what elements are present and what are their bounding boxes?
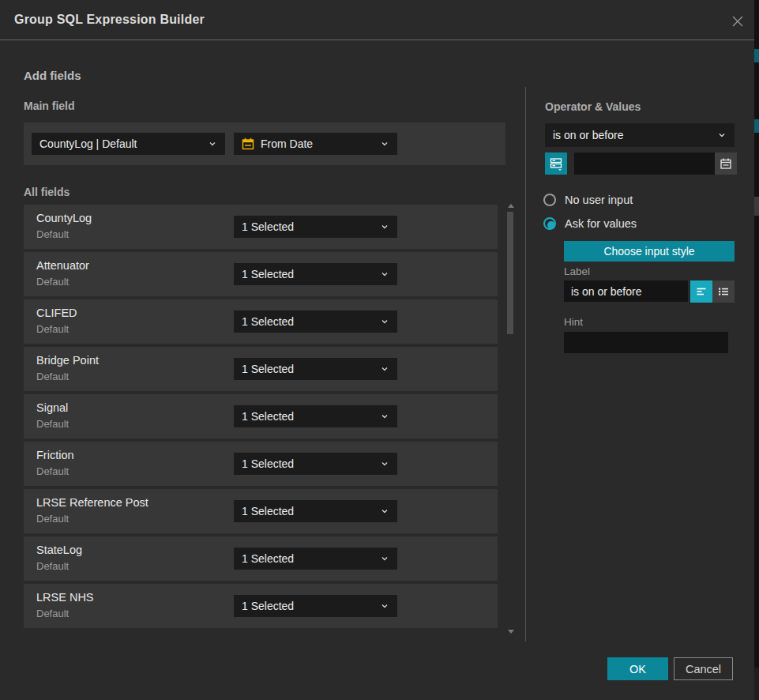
field-row: LRSE NHS Default 1 Selected	[24, 584, 498, 628]
all-fields-heading: All fields	[24, 186, 70, 198]
field-row-name: Attenuator	[36, 259, 89, 272]
radio-no-user-input-label: No user input	[565, 194, 633, 206]
radio-ask-for-values[interactable]: Ask for values	[543, 217, 637, 230]
all-fields-list: CountyLog Default 1 Selected Attenuator …	[24, 205, 498, 631]
chevron-down-icon	[380, 459, 389, 469]
field-row-selected-dropdown[interactable]: 1 Selected	[234, 405, 397, 427]
dialog-header: Group SQL Expression Builder	[0, 0, 754, 40]
field-row-selected-value: 1 Selected	[242, 315, 375, 328]
main-field-panel: CountyLog | Default From Date	[24, 122, 505, 165]
field-row-selected-dropdown[interactable]: 1 Selected	[234, 358, 397, 380]
field-row: Attenuator Default 1 Selected	[24, 252, 498, 296]
field-row: StateLog Default 1 Selected	[24, 536, 498, 581]
field-row: LRSE Reference Post Default 1 Selected	[24, 489, 498, 533]
operator-select-value: is on or before	[553, 129, 712, 141]
cancel-button[interactable]: Cancel	[674, 657, 733, 680]
field-row-subtitle: Default	[36, 276, 69, 288]
main-date-field-select[interactable]: From Date	[234, 133, 397, 155]
field-row-subtitle: Default	[36, 323, 69, 335]
field-row-selected-dropdown[interactable]: 1 Selected	[234, 453, 397, 475]
radio-circle-selected-icon[interactable]	[543, 217, 556, 230]
field-row-subtitle: Default	[36, 371, 69, 382]
chevron-down-icon	[380, 364, 389, 374]
field-row-name: StateLog	[36, 544, 82, 556]
unique-values-button[interactable]	[545, 152, 567, 175]
field-row: CLIFED Default 1 Selected	[24, 299, 498, 344]
field-row-selected-dropdown[interactable]: 1 Selected	[234, 595, 397, 617]
chevron-down-icon	[380, 269, 389, 279]
field-row-subtitle: Default	[36, 560, 69, 572]
main-layer-select-value: CountyLog | Default	[39, 137, 203, 150]
date-value-input[interactable]	[574, 152, 715, 175]
field-row-selected-value: 1 Selected	[242, 505, 375, 517]
scrollbar-down-arrow-icon[interactable]	[508, 630, 514, 634]
label-field-label: Label	[564, 265, 590, 277]
ok-button[interactable]: OK	[607, 657, 668, 680]
field-row-name: LRSE NHS	[36, 591, 94, 604]
add-fields-heading: Add fields	[24, 69, 81, 82]
field-row-subtitle: Default	[36, 465, 69, 477]
field-row: CountyLog Default 1 Selected	[24, 205, 498, 249]
group-sql-expression-builder-dialog: Group SQL Expression Builder Add fields …	[0, 0, 754, 700]
list-scrollbar[interactable]	[505, 202, 515, 635]
field-row-name: Signal	[36, 401, 68, 414]
chevron-down-icon	[380, 601, 389, 611]
list-input-style-button[interactable]	[712, 280, 735, 303]
field-row-selected-value: 1 Selected	[242, 457, 375, 470]
radio-ask-for-values-label: Ask for values	[565, 217, 637, 230]
main-field-heading: Main field	[24, 100, 75, 112]
scrollbar-thumb[interactable]	[507, 212, 513, 334]
calendar-icon	[242, 137, 254, 150]
chevron-down-icon	[380, 554, 389, 563]
close-icon[interactable]	[731, 14, 745, 28]
field-row-name: Bridge Point	[36, 354, 99, 367]
operator-select[interactable]: is on or before	[545, 123, 735, 147]
hint-input[interactable]	[564, 332, 728, 353]
dialog-title: Group SQL Expression Builder	[14, 13, 205, 27]
chevron-down-icon	[380, 222, 389, 231]
field-row: Bridge Point Default 1 Selected	[24, 347, 498, 391]
field-row-name: LRSE Reference Post	[36, 496, 148, 509]
field-row-selected-value: 1 Selected	[242, 600, 375, 612]
background-fragment	[754, 668, 759, 700]
chevron-down-icon	[717, 130, 727, 140]
field-row-selected-dropdown[interactable]: 1 Selected	[234, 500, 397, 522]
background-fragment	[754, 197, 759, 216]
background-app-edge	[754, 0, 759, 700]
main-layer-select[interactable]: CountyLog | Default	[32, 133, 225, 155]
field-row-selected-value: 1 Selected	[242, 268, 375, 280]
date-picker-button[interactable]	[715, 152, 737, 175]
field-row: Friction Default 1 Selected	[24, 442, 498, 486]
field-row-subtitle: Default	[36, 228, 69, 240]
field-row-name: CountyLog	[36, 212, 92, 224]
hint-field-label: Hint	[564, 316, 583, 328]
field-row-subtitle: Default	[36, 513, 69, 525]
chevron-down-icon	[380, 412, 389, 421]
field-row-selected-dropdown[interactable]: 1 Selected	[234, 216, 397, 238]
radio-circle-icon[interactable]	[543, 194, 556, 206]
background-fragment	[754, 119, 759, 133]
field-row-subtitle: Default	[36, 418, 69, 430]
field-row-name: CLIFED	[36, 307, 77, 319]
scrollbar-up-arrow-icon[interactable]	[508, 204, 514, 208]
chevron-down-icon	[380, 506, 389, 516]
field-row-selected-value: 1 Selected	[242, 363, 375, 375]
main-date-field-value: From Date	[261, 137, 375, 150]
label-input[interactable]	[564, 280, 688, 302]
chevron-down-icon	[208, 139, 217, 149]
choose-input-style-button[interactable]: Choose input style	[564, 241, 735, 262]
field-row-subtitle: Default	[36, 608, 69, 619]
chevron-down-icon	[380, 139, 389, 149]
field-row-selected-dropdown[interactable]: 1 Selected	[234, 548, 397, 570]
vertical-divider	[525, 87, 526, 642]
operator-values-heading: Operator & Values	[545, 100, 641, 113]
field-row-name: Friction	[36, 449, 74, 461]
chevron-down-icon	[380, 317, 389, 326]
field-row-selected-dropdown[interactable]: 1 Selected	[234, 310, 397, 333]
single-line-input-style-button[interactable]	[690, 280, 712, 303]
background-fragment	[754, 49, 759, 62]
field-row-selected-value: 1 Selected	[242, 410, 375, 423]
radio-no-user-input[interactable]: No user input	[543, 194, 633, 206]
field-row-selected-value: 1 Selected	[242, 552, 375, 565]
field-row-selected-dropdown[interactable]: 1 Selected	[234, 263, 397, 285]
